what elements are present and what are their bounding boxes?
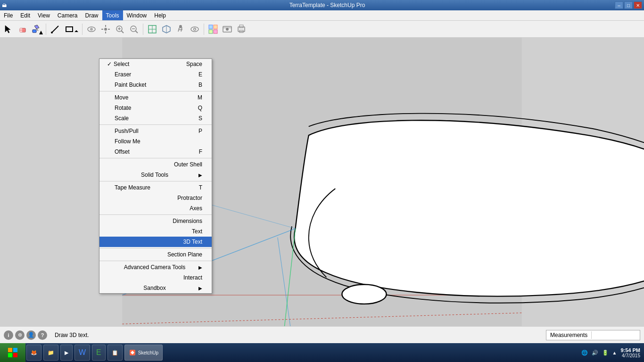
3d-canvas bbox=[0, 38, 644, 326]
menu-item-text-label: Text bbox=[192, 228, 202, 235]
menu-item-rotate-label: Rotate bbox=[115, 105, 131, 111]
menu-item-pushpull-shortcut: P bbox=[198, 128, 202, 134]
tools-dropdown-menu[interactable]: ✓ Select Space Eraser E Paint Bucket B M… bbox=[99, 58, 212, 294]
sep-1 bbox=[99, 91, 212, 91]
menu-help[interactable]: Help bbox=[150, 10, 170, 20]
menu-item-pushpull[interactable]: Push/Pull P bbox=[99, 126, 212, 136]
menu-item-sandbox[interactable]: Sandbox bbox=[99, 283, 212, 293]
maximize-button[interactable]: □ bbox=[624, 1, 633, 9]
explorer-icon: 📁 bbox=[48, 350, 54, 356]
title-controls: – □ ✕ bbox=[615, 1, 642, 9]
toolbar-paint-btn[interactable] bbox=[30, 23, 43, 36]
toolbar-scenes-btn[interactable] bbox=[221, 23, 234, 36]
system-clock[interactable]: 9:54 PM 4/7/2015 bbox=[620, 347, 640, 358]
toolbar-styles-btn[interactable] bbox=[206, 23, 220, 36]
menu-item-3dtext[interactable]: 3D Text bbox=[99, 237, 212, 247]
taskbar-explorer[interactable]: 📁 bbox=[43, 345, 58, 361]
menu-item-followme[interactable]: Follow Me bbox=[99, 136, 212, 147]
menu-file[interactable]: File bbox=[0, 10, 17, 20]
svg-rect-33 bbox=[209, 25, 213, 29]
taskbar-paint[interactable]: SketchUp bbox=[124, 345, 163, 361]
toolbar-print-btn[interactable] bbox=[235, 23, 248, 36]
sep-3 bbox=[99, 158, 212, 158]
toolbar-eraser-btn[interactable] bbox=[16, 23, 29, 36]
menu-item-select[interactable]: ✓ Select Space bbox=[99, 59, 212, 69]
svg-rect-4 bbox=[33, 30, 36, 33]
menu-item-sectionplane-label: Section Plane bbox=[167, 251, 202, 258]
taskbar-notepad[interactable]: 📋 bbox=[107, 345, 123, 361]
svg-point-29 bbox=[179, 25, 182, 28]
menu-item-protractor[interactable]: Protractor bbox=[99, 193, 212, 203]
svg-rect-35 bbox=[209, 30, 213, 33]
menu-item-outershell[interactable]: Outer Shell bbox=[99, 159, 212, 170]
svg-point-11 bbox=[90, 28, 93, 31]
menu-item-rotate-shortcut: Q bbox=[198, 105, 202, 111]
menu-edit[interactable]: Edit bbox=[17, 10, 34, 20]
menu-item-axes[interactable]: Axes bbox=[99, 203, 212, 214]
measurements-area[interactable]: Measurements bbox=[546, 330, 640, 340]
menu-item-dimensions[interactable]: Dimensions bbox=[99, 216, 212, 226]
toolbar-select-btn[interactable] bbox=[2, 23, 15, 36]
toolbar-zoom-extents-btn[interactable] bbox=[113, 23, 126, 36]
minimize-button[interactable]: – bbox=[615, 1, 623, 9]
measurements-divider bbox=[591, 331, 592, 339]
toolbar-3d-btn[interactable] bbox=[160, 23, 173, 36]
canvas-area[interactable]: ✓ Select Space Eraser E Paint Bucket B M… bbox=[0, 38, 644, 326]
battery-icon: 🔋 bbox=[602, 350, 609, 356]
menu-tools[interactable]: Tools bbox=[102, 10, 123, 20]
menu-item-rotate[interactable]: Rotate Q bbox=[99, 103, 212, 113]
toolbar-shape-btn[interactable] bbox=[63, 23, 80, 36]
menu-camera[interactable]: Camera bbox=[54, 10, 82, 20]
toolbar-pan-btn[interactable] bbox=[99, 23, 112, 36]
menu-item-eraser[interactable]: Eraser E bbox=[99, 69, 212, 80]
toolbar-geo-btn[interactable] bbox=[146, 23, 159, 36]
status-icon-help: ? bbox=[38, 330, 47, 340]
start-button[interactable] bbox=[0, 343, 25, 362]
menu-item-eraser-shortcut: E bbox=[198, 71, 202, 78]
status-icons: i ⊕ 👤 ? bbox=[4, 330, 47, 340]
menu-item-scale-shortcut: S bbox=[198, 115, 202, 122]
menu-item-advancedcamera[interactable]: Advanced Camera Tools bbox=[99, 262, 212, 272]
menu-item-sectionplane[interactable]: Section Plane bbox=[99, 249, 212, 260]
media-icon: ▶ bbox=[65, 350, 68, 356]
show-hidden-icon[interactable]: ▲ bbox=[612, 350, 617, 355]
windows-taskbar: 🦊 📁 ▶ W E 📋 SketchUp 🌐 🔊 🔋 ▲ 9:54 PM 4/7… bbox=[0, 343, 644, 362]
menu-item-protractor-label: Protractor bbox=[177, 195, 202, 201]
close-button[interactable]: ✕ bbox=[634, 1, 642, 9]
menu-item-advancedcamera-label: Advanced Camera Tools bbox=[124, 264, 186, 271]
taskbar-word[interactable]: W bbox=[74, 345, 90, 361]
menu-item-scale[interactable]: Scale S bbox=[99, 113, 212, 123]
svg-rect-51 bbox=[13, 348, 17, 352]
toolbar-line-btn[interactable] bbox=[49, 23, 62, 36]
taskbar-media[interactable]: ▶ bbox=[60, 345, 73, 361]
status-icon-person: 👤 bbox=[26, 330, 36, 340]
menu-window[interactable]: Window bbox=[123, 10, 151, 20]
menu-item-offset-shortcut: F bbox=[199, 148, 202, 155]
clock-date: 4/7/2015 bbox=[620, 353, 640, 358]
svg-rect-52 bbox=[8, 353, 12, 357]
toolbar-walk-btn[interactable] bbox=[174, 23, 187, 36]
menu-view[interactable]: View bbox=[34, 10, 54, 20]
menu-item-interact[interactable]: Interact bbox=[99, 272, 212, 283]
sep-5 bbox=[99, 214, 212, 215]
menu-item-solidtools[interactable]: Solid Tools bbox=[99, 170, 212, 180]
menu-item-select-shortcut: Space bbox=[186, 61, 202, 67]
svg-rect-34 bbox=[214, 25, 217, 29]
toolbar-zoom-btn[interactable] bbox=[127, 23, 140, 36]
menu-item-text[interactable]: Text bbox=[99, 226, 212, 237]
menu-item-move[interactable]: Move M bbox=[99, 92, 212, 103]
menu-item-move-shortcut: M bbox=[198, 94, 202, 101]
menu-item-tapemeasure[interactable]: Tape Measure T bbox=[99, 182, 212, 193]
toolbar-look-btn[interactable] bbox=[188, 23, 201, 36]
menu-item-tapemeasure-label: Tape Measure bbox=[115, 184, 150, 191]
menu-item-offset[interactable]: Offset F bbox=[99, 147, 212, 157]
toolbar-orbit-btn[interactable] bbox=[85, 23, 98, 36]
menu-item-paint[interactable]: Paint Bucket B bbox=[99, 80, 212, 90]
taskbar-firefox[interactable]: 🦊 bbox=[26, 345, 41, 361]
svg-line-22 bbox=[135, 31, 138, 33]
svg-rect-36 bbox=[214, 30, 217, 33]
title-bar: 🏔 TerraTemplate - SketchUp Pro – □ ✕ bbox=[0, 0, 644, 10]
taskbar-excel[interactable]: E bbox=[92, 345, 106, 361]
menu-draw[interactable]: Draw bbox=[82, 10, 102, 20]
menu-item-offset-label: Offset bbox=[115, 148, 130, 155]
